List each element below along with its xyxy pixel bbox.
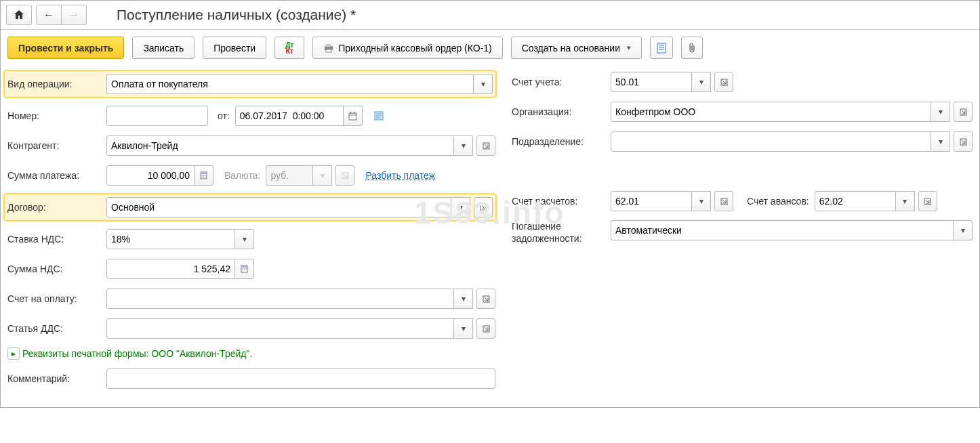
from-label: от: — [218, 110, 230, 121]
contract-row: Договор: ▾ — [5, 194, 495, 220]
account-dropdown[interactable]: ▾ — [692, 72, 711, 92]
operation-type-dropdown[interactable]: ▾ — [474, 74, 493, 94]
open-icon — [720, 198, 728, 205]
page-title: Поступление наличных (создание) * — [117, 7, 356, 23]
vat-rate-dropdown[interactable]: ▾ — [235, 229, 254, 249]
counterparty-label: Контрагент: — [7, 140, 102, 151]
invoice-label: Счет на оплату: — [7, 293, 102, 304]
number-input[interactable] — [106, 106, 208, 126]
account-open-button[interactable] — [714, 72, 733, 92]
department-dropdown[interactable]: ▾ — [931, 131, 950, 152]
counterparty-dropdown[interactable]: ▾ — [454, 135, 473, 156]
arrow-left-icon: ← — [43, 9, 54, 21]
svg-point-19 — [203, 175, 205, 176]
print-form-hint-row[interactable]: ▸ Реквизиты печатной формы: ООО "Аквилон… — [7, 347, 495, 360]
contract-dropdown[interactable]: ▾ — [451, 197, 470, 217]
currency-input — [266, 165, 313, 186]
dds-article-dropdown[interactable]: ▾ — [454, 318, 473, 339]
vat-rate-row: Ставка НДС: ▾ — [7, 228, 495, 250]
dds-article-label: Статья ДДС: — [7, 323, 102, 334]
svg-point-29 — [244, 268, 245, 270]
settlement-account-dropdown[interactable]: ▾ — [692, 191, 711, 211]
save-button[interactable]: Записать — [132, 37, 195, 59]
vat-amount-row: Сумма НДС: — [7, 258, 495, 280]
dds-article-row: Статья ДДС: ▾ — [7, 318, 495, 339]
date-input[interactable] — [235, 106, 344, 126]
organization-dropdown[interactable]: ▾ — [931, 102, 950, 122]
debt-repayment-dropdown[interactable]: ▾ — [954, 220, 973, 240]
contract-open-button[interactable] — [474, 197, 493, 217]
payment-amount-calc-button[interactable] — [195, 165, 213, 186]
vat-rate-input[interactable] — [106, 229, 235, 249]
svg-point-28 — [242, 268, 243, 270]
arrow-right-icon: → — [68, 9, 79, 21]
home-button[interactable] — [6, 5, 32, 25]
vat-amount-calc-button[interactable] — [235, 259, 254, 279]
svg-rect-17 — [201, 173, 206, 174]
payment-amount-input[interactable] — [106, 165, 195, 186]
payment-amount-label: Сумма платежа: — [7, 170, 102, 181]
counterparty-open-button[interactable] — [476, 135, 495, 156]
department-input[interactable] — [611, 131, 931, 152]
settlement-account-open-button[interactable] — [714, 191, 733, 211]
dds-article-open-button[interactable] — [476, 318, 495, 339]
title-bar: ← → Поступление наличных (создание) * — [1, 1, 979, 30]
settlement-account-row: Счет расчетов: ▾ Счет авансов: ▾ — [512, 190, 973, 212]
invoice-input[interactable] — [106, 289, 454, 309]
account-label: Счет учета: — [512, 77, 607, 87]
svg-point-21 — [201, 177, 203, 178]
svg-point-18 — [201, 175, 203, 176]
payment-amount-row: Сумма платежа: Валюта: ▾ Разбить платеж — [7, 165, 495, 186]
post-and-close-button[interactable]: Провести и закрыть — [7, 37, 124, 59]
advance-account-dropdown[interactable]: ▾ — [896, 191, 915, 211]
department-open-button[interactable] — [954, 131, 973, 152]
advance-account-label: Счет авансов: — [747, 196, 809, 207]
invoice-open-button[interactable] — [476, 289, 495, 309]
organization-open-button[interactable] — [954, 102, 973, 122]
department-label: Подразделение: — [512, 136, 607, 147]
dt-kt-button[interactable]: ДтКт — [274, 37, 304, 59]
comment-input[interactable] — [106, 368, 495, 389]
operation-type-input[interactable] — [106, 74, 474, 94]
operation-type-row: Вид операции: ▾ — [5, 71, 495, 97]
organization-input[interactable] — [611, 102, 931, 122]
settlement-account-input[interactable] — [611, 191, 692, 211]
debt-repayment-input[interactable] — [611, 220, 954, 240]
svg-point-20 — [205, 175, 206, 176]
date-calendar-button[interactable] — [344, 106, 363, 126]
organization-row: Организация: ▾ — [512, 101, 973, 123]
split-payment-link[interactable]: Разбить платеж — [365, 170, 435, 181]
attach-icon-button[interactable] — [681, 37, 703, 59]
calendar-icon — [348, 112, 357, 121]
note-icon[interactable] — [372, 109, 386, 123]
contract-label: Договор: — [7, 202, 102, 213]
open-icon — [960, 138, 967, 146]
expand-arrow-icon: ▸ — [7, 347, 20, 360]
invoice-dropdown[interactable]: ▾ — [454, 289, 473, 309]
currency-label: Валюта: — [224, 170, 260, 181]
svg-point-30 — [245, 268, 247, 270]
report-icon-button[interactable] — [650, 37, 673, 59]
print-ko1-button[interactable]: Приходный кассовый ордер (КО-1) — [312, 37, 503, 59]
nav-back-button[interactable]: ← — [36, 5, 62, 25]
advance-account-input[interactable] — [815, 191, 896, 211]
svg-point-23 — [205, 177, 206, 178]
dds-article-input[interactable] — [106, 318, 454, 339]
number-label: Номер: — [7, 110, 102, 121]
svg-rect-1 — [326, 44, 331, 47]
open-icon — [483, 295, 490, 303]
advance-account-open-button[interactable] — [918, 191, 937, 211]
invoice-row: Счет на оплату: ▾ — [7, 288, 495, 310]
nav-forward-button[interactable]: → — [61, 5, 87, 25]
account-input[interactable] — [611, 72, 692, 92]
svg-rect-7 — [349, 113, 356, 120]
contract-input[interactable] — [106, 197, 451, 217]
printer-icon — [323, 43, 334, 54]
create-based-on-button[interactable]: Создать на основании — [511, 37, 642, 59]
counterparty-input[interactable] — [106, 135, 454, 156]
department-row: Подразделение: ▾ — [512, 131, 973, 152]
post-button[interactable]: Провести — [203, 37, 266, 59]
vat-amount-input[interactable] — [106, 259, 235, 279]
comment-row: Комментарий: — [7, 368, 495, 389]
toolbar: Провести и закрыть Записать Провести ДтК… — [1, 30, 979, 66]
